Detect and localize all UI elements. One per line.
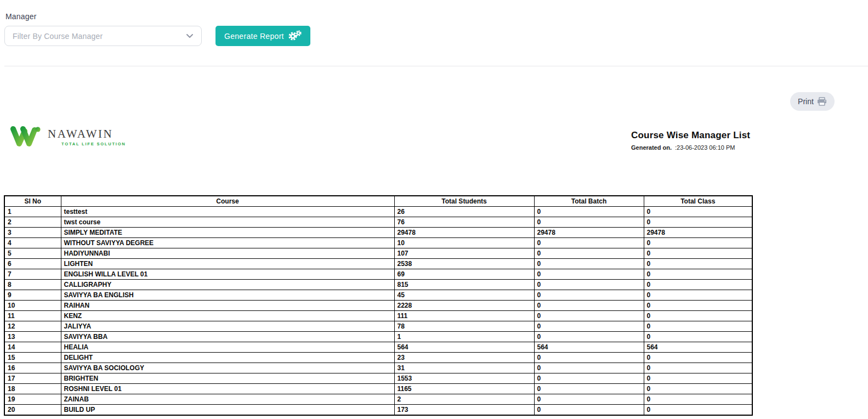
cell-total-students: 78 — [394, 321, 534, 332]
cell-course: KENZ — [61, 311, 394, 321]
cell-sl-no: 20 — [4, 405, 61, 416]
logo-company-name: NAWAWIN — [48, 128, 126, 140]
cell-total-students: 69 — [394, 269, 534, 280]
cell-course: ROSHNI LEVEL 01 — [61, 384, 394, 394]
cell-total-class: 0 — [644, 269, 752, 280]
generated-on-value: :23-06-2023 06:10 PM — [675, 144, 735, 151]
cell-total-batch: 0 — [534, 363, 644, 373]
cell-sl-no: 16 — [4, 363, 61, 373]
cell-total-students: 111 — [394, 311, 534, 321]
cell-total-batch: 0 — [534, 238, 644, 248]
cell-course: LIGHTEN — [61, 259, 394, 269]
print-button[interactable]: Print — [790, 92, 835, 111]
manager-filter-label: Manager — [5, 12, 37, 21]
cell-total-class: 0 — [644, 321, 752, 332]
cell-total-batch: 0 — [534, 248, 644, 259]
cell-total-class: 0 — [644, 238, 752, 248]
table-row: 4WITHOUT SAVIYYA DEGREE1000 — [4, 238, 752, 248]
cell-sl-no: 9 — [4, 290, 61, 301]
cell-sl-no: 11 — [4, 311, 61, 321]
nawawin-w-mark-icon — [9, 125, 42, 148]
cell-total-class: 0 — [644, 363, 752, 373]
cell-sl-no: 6 — [4, 259, 61, 269]
cell-total-students: 2 — [394, 394, 534, 405]
cell-sl-no: 12 — [4, 321, 61, 332]
cell-sl-no: 18 — [4, 384, 61, 394]
report-table-body: 1testtest26002twst course76003SIMPLY MED… — [4, 207, 752, 416]
cell-total-students: 1 — [394, 332, 534, 342]
report-title-block: Course Wise Manager List Generated on.:2… — [631, 130, 750, 151]
cell-course: CALLIGRAPHY — [61, 280, 394, 290]
cell-sl-no: 15 — [4, 353, 61, 363]
generate-report-button[interactable]: Generate Report — [215, 26, 310, 46]
table-row: 18ROSHNI LEVEL 01116500 — [4, 384, 752, 394]
cell-sl-no: 2 — [4, 217, 61, 228]
cell-course: SAVIYYA BA ENGLISH — [61, 290, 394, 301]
cell-total-batch: 0 — [534, 217, 644, 228]
cell-total-batch: 0 — [534, 290, 644, 301]
cell-total-batch: 0 — [534, 280, 644, 290]
cell-total-class: 0 — [644, 384, 752, 394]
cell-total-batch: 0 — [534, 259, 644, 269]
cell-total-batch: 0 — [534, 405, 644, 416]
cell-sl-no: 19 — [4, 394, 61, 405]
cell-total-batch: 29478 — [534, 228, 644, 238]
cell-course: SAVIYYA BA SOCIOLOGY — [61, 363, 394, 373]
cell-total-students: 815 — [394, 280, 534, 290]
gears-icon — [288, 30, 302, 42]
cell-course: ZAINAB — [61, 394, 394, 405]
cell-total-class: 29478 — [644, 228, 752, 238]
cell-course: twst course — [61, 217, 394, 228]
table-row: 13SAVIYYA BBA100 — [4, 332, 752, 342]
cell-total-batch: 0 — [534, 384, 644, 394]
cell-course: WITHOUT SAVIYYA DEGREE — [61, 238, 394, 248]
cell-total-class: 0 — [644, 259, 752, 269]
cell-total-batch: 0 — [534, 311, 644, 321]
cell-total-students: 45 — [394, 290, 534, 301]
table-row: 2twst course7600 — [4, 217, 752, 228]
table-row: 17BRIGHTEN155300 — [4, 373, 752, 384]
cell-total-students: 564 — [394, 342, 534, 353]
logo-tagline: TOTAL LIFE SOLUTION — [61, 141, 126, 146]
cell-total-batch: 0 — [534, 373, 644, 384]
printer-icon — [817, 97, 827, 106]
cell-course: SIMPLY MEDITATE — [61, 228, 394, 238]
cell-course: SAVIYYA BBA — [61, 332, 394, 342]
cell-total-class: 0 — [644, 353, 752, 363]
table-row: 11KENZ11100 — [4, 311, 752, 321]
table-row: 15DELIGHT2300 — [4, 353, 752, 363]
report-table-container: Sl No Course Total Students Total Batch … — [4, 195, 752, 416]
table-row: 16SAVIYYA BA SOCIOLOGY3100 — [4, 363, 752, 373]
section-divider — [4, 66, 868, 66]
table-row: 1testtest2600 — [4, 207, 752, 217]
chevron-down-icon — [186, 33, 194, 38]
cell-total-class: 0 — [644, 207, 752, 217]
cell-course: RAIHAN — [61, 301, 394, 311]
course-manager-select-placeholder: Filter By Course Manager — [13, 32, 103, 41]
header-course: Course — [61, 196, 394, 207]
header-total-students: Total Students — [394, 196, 534, 207]
table-row: 20BUILD UP17300 — [4, 405, 752, 416]
table-row: 19ZAINAB200 — [4, 394, 752, 405]
cell-total-class: 0 — [644, 332, 752, 342]
cell-total-class: 0 — [644, 217, 752, 228]
cell-total-batch: 0 — [534, 394, 644, 405]
print-button-label: Print — [798, 97, 814, 106]
cell-total-class: 0 — [644, 248, 752, 259]
cell-total-students: 23 — [394, 353, 534, 363]
cell-total-students: 26 — [394, 207, 534, 217]
cell-total-students: 107 — [394, 248, 534, 259]
cell-sl-no: 7 — [4, 269, 61, 280]
course-manager-select[interactable]: Filter By Course Manager — [4, 26, 202, 46]
cell-total-batch: 0 — [534, 353, 644, 363]
table-row: 6LIGHTEN253800 — [4, 259, 752, 269]
cell-total-class: 0 — [644, 301, 752, 311]
header-total-class: Total Class — [644, 196, 752, 207]
table-row: 12JALIYYA7800 — [4, 321, 752, 332]
generated-on-line: Generated on.:23-06-2023 06:10 PM — [631, 144, 750, 151]
course-wise-manager-table: Sl No Course Total Students Total Batch … — [4, 195, 753, 416]
generated-on-label: Generated on. — [631, 144, 672, 151]
cell-sl-no: 10 — [4, 301, 61, 311]
cell-total-students: 31 — [394, 363, 534, 373]
table-row: 5HADIYUNNABI10700 — [4, 248, 752, 259]
